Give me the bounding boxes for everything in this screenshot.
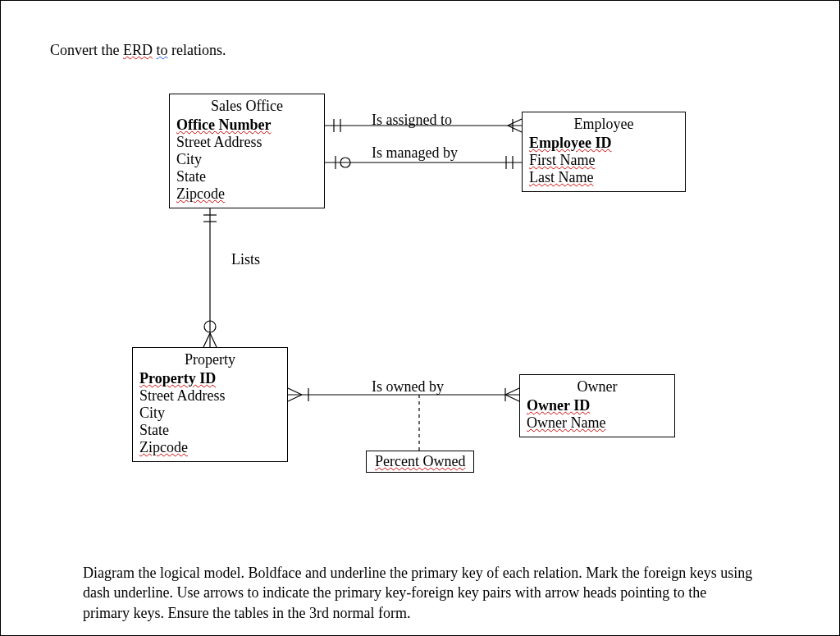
- rel-managed: Is managed by: [372, 144, 458, 162]
- svg-line-19: [288, 388, 302, 395]
- svg-line-16: [210, 333, 217, 347]
- attr: Owner Name: [527, 414, 668, 432]
- rel-owned: Is owned by: [372, 378, 444, 396]
- assoc-attr-percent-owned: Percent Owned: [366, 451, 474, 473]
- attr: Zipcode: [139, 439, 281, 456]
- entity-sales-office: Sales Office Office Number Street Addres…: [169, 94, 325, 208]
- entity-title: Owner: [527, 378, 668, 397]
- svg-line-15: [203, 333, 210, 347]
- rel-assigned: Is assigned to: [372, 112, 452, 129]
- page: Convert the ERD to relations. Sales Offi…: [0, 0, 840, 636]
- entity-property: Property Property ID Street Address City…: [132, 347, 288, 462]
- pk: Office Number: [176, 117, 317, 134]
- attr: Street Address: [176, 134, 317, 151]
- rel-lists: Lists: [231, 251, 260, 268]
- attr: Last Name: [529, 169, 678, 186]
- pk: Property ID: [139, 370, 281, 387]
- entity-title: Property: [139, 351, 281, 370]
- svg-line-4: [508, 119, 522, 126]
- attr: State: [139, 422, 281, 439]
- svg-line-22: [505, 388, 519, 395]
- entity-title: Sales Office: [176, 98, 317, 117]
- entity-employee: Employee Employee ID First Name Last Nam…: [522, 112, 686, 192]
- attr: Percent Owned: [375, 453, 465, 469]
- attr: City: [139, 405, 281, 422]
- entity-title: Employee: [529, 116, 678, 135]
- pk: Employee ID: [529, 135, 678, 152]
- svg-line-23: [505, 395, 519, 401]
- attr: Street Address: [139, 387, 281, 405]
- attr: First Name: [529, 152, 678, 169]
- pk: Owner ID: [527, 397, 668, 414]
- attr: Zipcode: [176, 185, 317, 203]
- attr: State: [176, 168, 317, 185]
- attr: City: [176, 151, 317, 168]
- connector-layer: [1, 1, 840, 636]
- svg-line-5: [508, 126, 522, 132]
- entity-owner: Owner Owner ID Owner Name: [519, 374, 675, 437]
- svg-line-20: [288, 395, 302, 401]
